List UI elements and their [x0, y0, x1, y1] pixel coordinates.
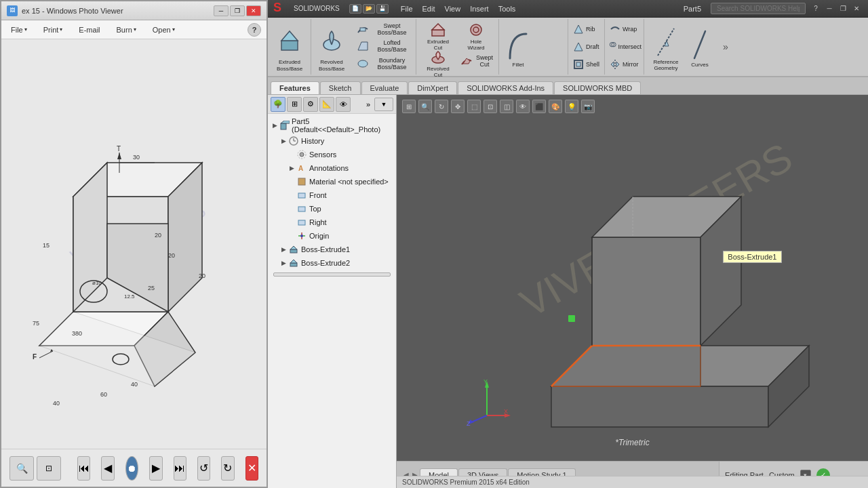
intersect-button[interactable]: Intersect	[608, 38, 643, 56]
shell-label: Shell	[586, 61, 599, 68]
tree-right-item[interactable]: Right	[268, 216, 396, 229]
tree-top-item[interactable]: Top	[268, 202, 396, 216]
shell-button[interactable]: Shell	[571, 56, 604, 73]
mirror-button[interactable]: Mirror	[608, 56, 643, 73]
svg-marker-39	[432, 24, 444, 30]
pv-help-button[interactable]: ?	[248, 23, 261, 37]
sw-help-button[interactable]: ?	[810, 3, 822, 14]
expand-more-icon[interactable]: »	[366, 100, 370, 108]
drag-handle[interactable]	[568, 315, 575, 322]
axis-indicator: Y X Z	[463, 378, 511, 427]
lofted-boss-base-button[interactable]: Lofted Boss/Base	[353, 37, 414, 54]
sw-close-button[interactable]: ✕	[850, 3, 863, 14]
slideshow-button[interactable]: ⏺	[125, 456, 138, 481]
tree-material-item[interactable]: Material <not specified>	[268, 175, 396, 188]
extruded-boss-base-button[interactable]: ExtrudedBoss/Base	[272, 20, 307, 76]
tree-origin-item[interactable]: Origin	[268, 229, 396, 243]
fit-button[interactable]: ⊡	[37, 456, 61, 481]
pv-burn-menu[interactable]: Burn ▾	[113, 24, 140, 35]
reference-geometry-button[interactable]: ReferenceGeometry	[648, 20, 684, 76]
revolved-cut-icon	[430, 49, 446, 65]
extruded-boss-icon	[277, 24, 302, 58]
feature-tree-icon[interactable]: 🌳	[271, 97, 285, 112]
hole-wizard-button[interactable]: HoleWizard	[457, 20, 495, 47]
tab-solidworks-mbd[interactable]: SOLIDWORKS MBD	[554, 81, 641, 94]
tree-boss-extrude1-label: Boss-Extrude1	[301, 245, 350, 253]
property-manager-icon[interactable]: ⊞	[287, 97, 302, 112]
tree-history-expand[interactable]: ▶	[279, 136, 288, 146]
tab-dimxpert[interactable]: DimXpert	[408, 81, 457, 94]
tree-annotations-item[interactable]: ▶ A Annotations	[268, 161, 396, 175]
zoom-in-button[interactable]: 🔍	[9, 456, 34, 481]
extruded-cut-button[interactable]: ExtrudedCut	[419, 20, 457, 47]
new-button[interactable]: 📄	[349, 4, 361, 14]
tree-root-expand[interactable]: ▶	[271, 121, 279, 130]
mirror-icon	[609, 58, 621, 70]
svg-text:12.5: 12.5	[124, 293, 135, 300]
sw-search-input[interactable]	[711, 3, 806, 14]
pv-file-menu[interactable]: File ▾	[7, 24, 31, 35]
rib-button[interactable]: Rib	[571, 20, 604, 38]
tab-features[interactable]: Features	[271, 81, 319, 94]
tree-boss-extrude2-expand[interactable]: ▶	[279, 258, 288, 268]
expand-toolbar-button[interactable]: »	[720, 19, 731, 75]
revolved-cut-button[interactable]: RevolvedCut	[419, 47, 457, 75]
reference-geometry-icon	[655, 26, 677, 58]
open-button[interactable]: 📂	[363, 4, 375, 14]
sw-edit-menu[interactable]: Edit	[418, 3, 439, 14]
prev-button[interactable]: ⏮	[77, 456, 90, 481]
rotate-ccw-button[interactable]: ↺	[197, 456, 210, 481]
save-button[interactable]: 💾	[376, 4, 389, 14]
swept-cut-button[interactable]: Swept Cut	[457, 47, 495, 75]
display-manager-icon[interactable]: 👁	[336, 97, 351, 112]
svg-marker-80	[290, 260, 297, 263]
sw-tools-menu[interactable]: Tools	[494, 3, 520, 14]
wrap-button[interactable]: Wrap	[608, 20, 643, 38]
tree-boss-extrude1-expand[interactable]: ▶	[279, 245, 288, 254]
tree-front-item[interactable]: Front	[268, 188, 396, 202]
tree-history-item[interactable]: ▶ History	[268, 134, 396, 148]
sw-view-menu[interactable]: View	[441, 3, 465, 14]
boundary-boss-base-button[interactable]: Boundary Boss/Base	[353, 55, 414, 73]
revolved-boss-base-button[interactable]: RevolvedBoss/Base	[314, 20, 349, 76]
mirror-label: Mirror	[623, 61, 639, 68]
pv-open-menu[interactable]: Open ▾	[149, 24, 179, 35]
tab-solidworks-addins[interactable]: SOLIDWORKS Add-Ins	[458, 81, 553, 94]
tree-boss-extrude2-item[interactable]: ▶ Boss-Extrude2	[268, 256, 396, 270]
tree-boss-extrude1-item[interactable]: ▶ Boss-Extrude1	[268, 243, 396, 256]
pv-restore-button[interactable]: ❐	[230, 5, 245, 16]
pv-minimize-button[interactable]: ─	[214, 5, 229, 16]
sw-restore-button[interactable]: ❐	[837, 3, 849, 14]
pv-email-menu[interactable]: E-mail	[75, 24, 104, 35]
swept-boss-base-button[interactable]: Swept Boss/Base	[353, 20, 414, 37]
rollback-bar[interactable]	[273, 272, 391, 277]
3d-shape-container: VIVENGINEERS	[429, 102, 836, 454]
tree-root-item[interactable]: ▶ Part5 (Default<<Default>_Photo)	[268, 117, 396, 134]
next-frame-button[interactable]: ▶	[149, 456, 162, 481]
wrap-group: Wrap Intersect Mirror	[606, 19, 644, 75]
sw-file-menu[interactable]: File	[397, 3, 417, 14]
sw-minimize-button[interactable]: ─	[823, 3, 835, 14]
svg-rect-62	[281, 123, 286, 129]
pv-close-button[interactable]: ✕	[246, 5, 261, 16]
dim-xpert-manager-icon[interactable]: 📐	[319, 97, 334, 112]
pv-menubar: File ▾ Print ▾ E-mail Burn ▾ Open ▾ ?	[1, 20, 267, 39]
curves-button[interactable]: Curves	[685, 20, 715, 76]
tree-annotations-expand[interactable]: ▶	[287, 163, 296, 173]
svg-rect-32	[281, 41, 298, 50]
tab-evaluate[interactable]: Evaluate	[361, 81, 408, 94]
sw-insert-menu[interactable]: Insert	[466, 3, 493, 14]
hole-wizard-icon	[468, 22, 484, 38]
tree-sensors-item[interactable]: Sensors	[268, 148, 396, 161]
tab-sketch[interactable]: Sketch	[320, 81, 361, 94]
prev-frame-button[interactable]: ◀	[101, 456, 114, 481]
rotate-cw-button[interactable]: ↻	[221, 456, 234, 481]
draft-button[interactable]: Draft	[571, 38, 604, 56]
delete-button[interactable]: ✕	[245, 456, 258, 481]
pv-print-menu[interactable]: Print ▾	[39, 24, 67, 35]
next-button[interactable]: ⏭	[174, 456, 186, 481]
sw-3d-model-view: VIVENGINEERS	[397, 95, 868, 461]
configuration-manager-icon[interactable]: ⚙	[303, 97, 318, 112]
filter-button[interactable]: ▼	[374, 98, 393, 111]
fillet-button[interactable]: Fillet	[502, 20, 534, 76]
